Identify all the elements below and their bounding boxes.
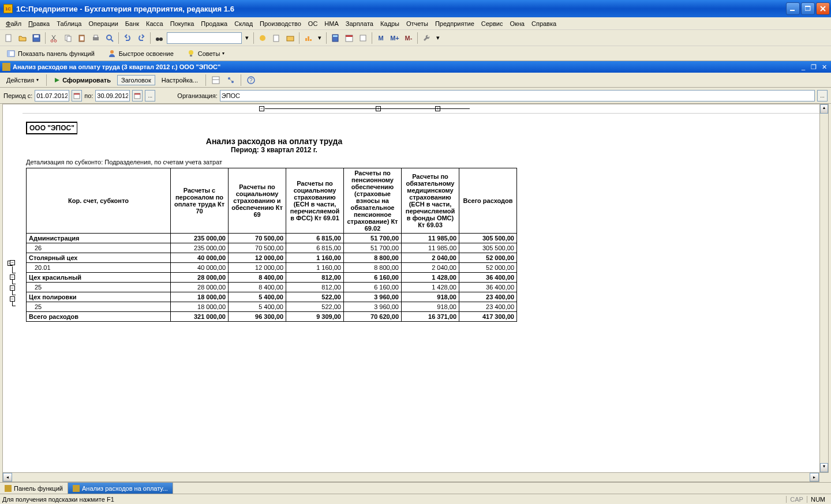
table-row[interactable]: Всего расходов321 000,0096 300,009 309,0… (27, 312, 517, 322)
organization-input[interactable] (220, 90, 815, 101)
menu-nma[interactable]: НМА (321, 19, 342, 28)
row-toggle[interactable]: − (10, 274, 15, 280)
menu-os[interactable]: ОС (305, 19, 321, 28)
calendar-to-button[interactable] (132, 90, 143, 101)
collapse-toggle-1[interactable]: − (259, 106, 264, 111)
table-row[interactable]: Столярный цех40 000,0012 000,001 160,008… (27, 253, 517, 263)
row-toggle[interactable]: − (10, 285, 15, 291)
scroll-left-button[interactable]: ◂ (3, 473, 12, 482)
actions-button[interactable]: Действия ▾ (2, 75, 43, 85)
table-row[interactable]: 2528 000,008 400,00812,006 160,001 428,0… (27, 283, 517, 292)
svg-point-22 (260, 35, 265, 41)
memory-button[interactable]: M (375, 32, 387, 44)
menu-edit[interactable]: Правка (25, 19, 53, 28)
tool-btn-5[interactable] (357, 32, 369, 44)
minimize-button[interactable] (786, 2, 800, 15)
period-from-input[interactable] (35, 90, 69, 101)
expand-toggle-2[interactable]: + (435, 106, 440, 111)
menu-service[interactable]: Сервис (478, 19, 507, 28)
undo-button[interactable] (121, 32, 134, 44)
help-button[interactable]: ? (245, 74, 257, 86)
tips-button[interactable]: Советы ▾ (182, 47, 229, 60)
search-input[interactable] (167, 32, 242, 44)
new-button[interactable] (2, 32, 15, 44)
dropdown-button[interactable]: ▾ (243, 32, 251, 44)
table-row[interactable]: 2518 000,005 400,00522,003 960,00918,002… (27, 302, 517, 312)
open-button[interactable] (16, 32, 29, 44)
expand-toggle-1[interactable]: + (376, 106, 381, 111)
doc-minimize-button[interactable]: _ (799, 63, 808, 71)
cell-value: 5 400,00 (229, 292, 286, 302)
table-row[interactable]: 26235 000,0070 500,006 815,0051 700,0011… (27, 243, 517, 253)
search-button[interactable] (103, 32, 116, 44)
header-toggle-button[interactable]: Заголовок (117, 75, 155, 85)
menu-reports[interactable]: Отчеты (403, 19, 432, 28)
paste-button[interactable] (76, 32, 88, 44)
doc-restore-button[interactable]: ❐ (809, 63, 818, 71)
menu-purchase[interactable]: Покупка (167, 19, 198, 28)
menu-operations[interactable]: Операции (85, 19, 121, 28)
print-button[interactable] (89, 32, 102, 44)
period-select-button[interactable]: ... (145, 90, 155, 101)
tool-btn-1[interactable] (256, 32, 269, 44)
settings-button[interactable]: Настройка... (158, 75, 202, 85)
menu-cash[interactable]: Касса (143, 19, 167, 28)
tool-btn-4[interactable] (302, 32, 315, 44)
menu-file[interactable]: Файл (2, 19, 25, 28)
table-row[interactable]: Цех красильный28 000,008 400,00812,006 1… (27, 273, 517, 283)
svg-point-21 (159, 37, 163, 41)
memory-plus-button[interactable]: M+ (388, 32, 401, 44)
menu-production[interactable]: Производство (256, 19, 305, 28)
quick-learn-button[interactable]: Быстрое освоение (103, 47, 178, 60)
period-to-input[interactable] (95, 90, 130, 101)
memory-minus-button[interactable]: M- (402, 32, 415, 44)
table-row[interactable]: 20.0140 000,0012 000,001 160,008 800,002… (27, 263, 517, 273)
menu-sale[interactable]: Продажа (197, 19, 231, 28)
row-toggle[interactable]: − (10, 296, 15, 302)
tool-btn-6[interactable] (420, 32, 433, 44)
chart-dropdown[interactable]: ▾ (316, 32, 324, 44)
svg-rect-29 (333, 35, 338, 37)
horizontal-scrollbar[interactable]: ◂ ▸ (2, 473, 819, 482)
menu-table[interactable]: Таблица (53, 19, 85, 28)
calendar-from-button[interactable] (72, 90, 82, 101)
scroll-right-button[interactable]: ▸ (810, 473, 819, 482)
menu-hr[interactable]: Кадры (377, 19, 403, 28)
close-button[interactable] (816, 2, 830, 15)
cell-value: 36 400,00 (459, 273, 517, 283)
vertical-scrollbar[interactable]: ▴ ▾ (819, 104, 829, 473)
menu-windows[interactable]: Окна (506, 19, 528, 28)
tab-function-panel[interactable]: Панель функций (0, 483, 68, 494)
calc-button[interactable] (329, 32, 342, 44)
binoculars-button[interactable] (153, 32, 166, 44)
cut-button[interactable] (48, 32, 61, 44)
menu-warehouse[interactable]: Склад (231, 19, 256, 28)
redo-button[interactable] (135, 32, 148, 44)
scroll-up-button[interactable]: ▴ (820, 104, 828, 114)
generate-button[interactable]: Сформировать (50, 75, 115, 85)
menu-bank[interactable]: Банк (122, 19, 143, 28)
svg-rect-34 (8, 51, 10, 57)
tab-report[interactable]: Анализ расходов на оплату... (68, 483, 173, 494)
menu-help[interactable]: Справка (528, 19, 560, 28)
menu-enterprise[interactable]: Предприятие (432, 19, 478, 28)
tool-icon-2[interactable] (224, 74, 237, 86)
show-function-panel-button[interactable]: Показать панель функций (2, 47, 99, 60)
maximize-button[interactable] (801, 2, 815, 15)
table-row[interactable]: Администрация235 000,0070 500,006 815,00… (27, 234, 517, 243)
doc-close-button[interactable]: ✕ (819, 63, 829, 71)
tool-dropdown[interactable]: ▾ (434, 32, 442, 44)
org-select-button[interactable]: ... (817, 90, 828, 101)
scroll-down-button[interactable]: ▾ (820, 463, 828, 472)
table-row[interactable]: Цех полировки18 000,005 400,00522,003 96… (27, 292, 517, 302)
menu-salary[interactable]: Зарплата (342, 19, 377, 28)
copy-button[interactable] (62, 32, 74, 44)
tool-icon-1[interactable] (209, 74, 222, 86)
tool-btn-3[interactable] (284, 32, 297, 44)
calendar-button[interactable] (343, 32, 355, 44)
tool-btn-2[interactable] (270, 32, 283, 44)
paste-icon (77, 33, 87, 43)
save-button[interactable] (30, 32, 43, 44)
svg-rect-31 (346, 35, 353, 37)
row-toggle[interactable]: − (10, 260, 15, 265)
